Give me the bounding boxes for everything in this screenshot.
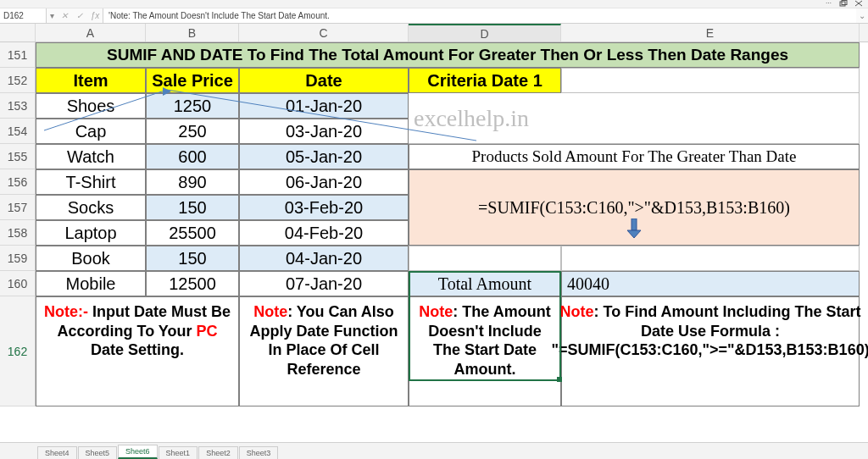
fx-icon[interactable]: ƒx (87, 8, 103, 23)
formula-bar-text: 'Note: The Amount Doesn't Include The St… (108, 11, 330, 20)
cell-price[interactable]: 250 (146, 119, 239, 144)
row-header[interactable]: 159 (0, 246, 36, 271)
cell-item[interactable]: Laptop (36, 220, 146, 246)
row-header[interactable]: 156 (0, 169, 36, 195)
window-controls: ⋯ (822, 0, 865, 8)
title-cell[interactable]: SUMIF AND DATE To Find The Total Amount … (36, 42, 860, 68)
note-include-start[interactable]: Note: To Find Amount Including The Start… (561, 296, 860, 406)
header-criteria-date[interactable]: Criteria Date 1 (409, 68, 561, 93)
cell-date[interactable]: 05-Jan-20 (239, 144, 409, 169)
restore-icon[interactable] (837, 0, 849, 8)
row-header[interactable]: 160 (0, 271, 36, 296)
cell-date[interactable]: 01-Jan-20 (239, 93, 409, 119)
subtitle-cell[interactable]: Products Sold Amount For The Greater Tha… (409, 144, 860, 169)
column-header-A[interactable]: A (36, 24, 146, 41)
cell-date[interactable]: 03-Jan-20 (239, 119, 409, 144)
cell-price[interactable]: 12500 (146, 271, 239, 296)
sheet-tab[interactable]: Sheet2 (198, 446, 238, 459)
cell-item[interactable]: Mobile (36, 271, 146, 296)
formula-display-box[interactable]: =SUMIF(C153:C160,">"&D153,B153:B160) (409, 169, 860, 246)
cell-price[interactable]: 150 (146, 195, 239, 220)
total-label-cell[interactable]: Total Amount (409, 271, 561, 296)
row-header[interactable]: 162 (0, 296, 36, 406)
column-header-D[interactable]: D (409, 24, 561, 41)
cancel-formula-icon[interactable]: ✕ (57, 8, 72, 23)
note-date-function[interactable]: Note: You Can Also Apply Date Function I… (239, 296, 409, 406)
cell-price[interactable]: 25500 (146, 220, 239, 246)
header-sale-price[interactable]: Sale Price (146, 68, 239, 93)
close-icon[interactable] (853, 0, 865, 8)
header-item[interactable]: Item (36, 68, 146, 93)
note-prefix: Note:- (44, 303, 92, 320)
column-header-B[interactable]: B (146, 24, 239, 41)
cell-price[interactable]: 1250 (146, 93, 239, 119)
formula-bar-input[interactable]: 'Note: The Amount Doesn't Include The St… (103, 8, 856, 23)
svg-marker-8 (627, 230, 641, 238)
cell-date[interactable]: 06-Jan-20 (239, 169, 409, 195)
column-header-E[interactable]: E (561, 24, 860, 41)
sheet-tab-strip: Sheet4 Sheet5 Sheet6 Sheet1 Sheet2 Sheet… (0, 442, 868, 459)
app-titlebar: ⋯ (0, 0, 868, 8)
arrow-down-icon (626, 218, 643, 243)
cell-item[interactable]: Socks (36, 195, 146, 220)
sheet-tab[interactable]: Sheet4 (37, 446, 77, 459)
cell-item[interactable]: Cap (36, 119, 146, 144)
row-headers: 151 152 153 154 155 156 157 158 159 160 … (0, 42, 36, 406)
name-box-dropdown-icon[interactable]: ▾ (47, 11, 57, 20)
sheet-tab-active[interactable]: Sheet6 (118, 445, 158, 459)
cells-area[interactable]: SUMIF AND DATE To Find The Total Amount … (36, 42, 868, 406)
name-box-value: D162 (3, 11, 24, 20)
dots-icon[interactable]: ⋯ (822, 0, 834, 8)
row-header[interactable]: 153 (0, 93, 36, 119)
sheet-tab[interactable]: Sheet5 (78, 446, 118, 459)
row-header[interactable]: 151 (0, 42, 36, 68)
note-input-date[interactable]: Note:- Input Date Must Be According To Y… (36, 296, 239, 406)
svg-rect-7 (632, 218, 637, 230)
watermark-text: excelhelp.in (409, 93, 860, 144)
formula-bar-row: D162 ▾ ✕ ✓ ƒx 'Note: The Amount Doesn't … (0, 8, 868, 24)
total-value-cell[interactable]: 40040 (561, 271, 860, 296)
sheet-tab[interactable]: Sheet3 (239, 446, 279, 459)
cell-date[interactable]: 04-Jan-20 (239, 246, 409, 271)
svg-rect-0 (840, 2, 845, 6)
column-headers: A B C D E (0, 24, 868, 42)
worksheet-grid[interactable]: A B C D E 151 152 153 154 155 156 157 15… (0, 24, 868, 406)
row-header[interactable]: 152 (0, 68, 36, 93)
cell-date[interactable]: 04-Feb-20 (239, 220, 409, 246)
formula-text: =SUMIF(C153:C160,">"&D153,B153:B160) (478, 198, 790, 218)
column-header-C[interactable]: C (239, 24, 409, 41)
select-all-corner[interactable] (0, 24, 36, 41)
cell-date[interactable]: 07-Jan-20 (239, 271, 409, 296)
cell-item[interactable]: Book (36, 246, 146, 271)
cell-date[interactable]: 03-Feb-20 (239, 195, 409, 220)
note-exclude-start[interactable]: Note: The Amount Doesn't Include The Sta… (409, 296, 561, 406)
cell-price[interactable]: 150 (146, 246, 239, 271)
row-header[interactable]: 158 (0, 220, 36, 246)
row-header[interactable]: 157 (0, 195, 36, 220)
row-header[interactable]: 155 (0, 144, 36, 169)
cell-price[interactable]: 600 (146, 144, 239, 169)
svg-rect-1 (842, 1, 847, 5)
cell[interactable] (561, 68, 860, 93)
header-date[interactable]: Date (239, 68, 409, 93)
sheet-tab[interactable]: Sheet1 (159, 446, 198, 459)
formula-bar-expand-icon[interactable]: ⌄ (856, 11, 868, 20)
enter-formula-icon[interactable]: ✓ (72, 8, 87, 23)
name-box[interactable]: D162 (0, 8, 47, 23)
cell-item[interactable]: Shoes (36, 93, 146, 119)
cell-item[interactable]: Watch (36, 144, 146, 169)
row-header[interactable]: 154 (0, 119, 36, 144)
cell[interactable] (561, 246, 860, 271)
cell-item[interactable]: T-Shirt (36, 169, 146, 195)
cell[interactable] (409, 246, 561, 271)
cell-price[interactable]: 890 (146, 169, 239, 195)
